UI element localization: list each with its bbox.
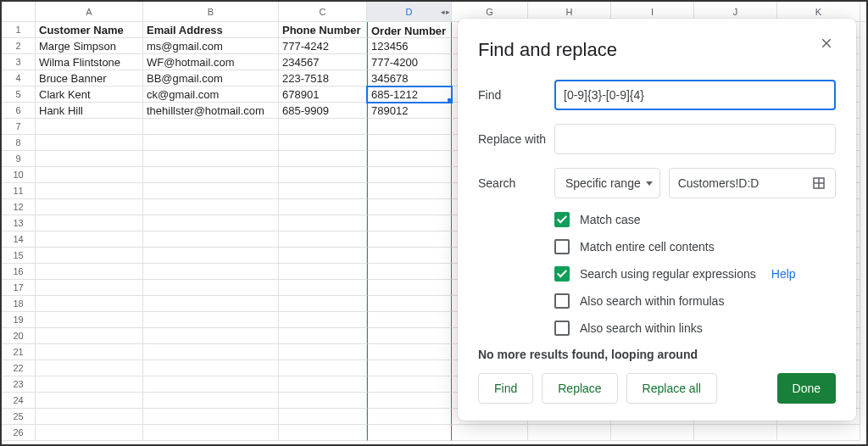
cell-B22[interactable]	[143, 360, 279, 376]
cell-A11[interactable]	[36, 183, 143, 199]
row-number[interactable]: 3	[2, 54, 36, 70]
cell-C24[interactable]	[279, 393, 367, 409]
formulas-checkbox[interactable]	[554, 293, 570, 309]
cell-D20[interactable]	[367, 328, 452, 344]
row-number[interactable]: 20	[2, 328, 36, 344]
cell-C14[interactable]	[279, 231, 367, 248]
cell-C9[interactable]	[279, 151, 367, 167]
cell-A5[interactable]: Clark Kent	[36, 86, 143, 103]
cell-B11[interactable]	[143, 183, 279, 199]
cell-A6[interactable]: Hank Hill	[36, 103, 143, 119]
cell-B17[interactable]	[143, 280, 279, 296]
help-link[interactable]: Help	[771, 267, 796, 281]
cell-D13[interactable]	[367, 215, 452, 231]
cell-C1[interactable]: Phone Number	[279, 22, 367, 38]
cell-D24[interactable]	[367, 393, 452, 409]
cell-B21[interactable]	[143, 344, 279, 360]
cell-C4[interactable]: 223-7518	[279, 70, 367, 86]
cell-K26[interactable]	[777, 425, 860, 441]
row-number[interactable]: 6	[2, 103, 36, 119]
cell-C26[interactable]	[279, 425, 367, 441]
cell-D25[interactable]	[367, 409, 452, 425]
row-number[interactable]: 7	[2, 119, 36, 135]
cell-A15[interactable]	[36, 248, 143, 264]
range-input[interactable]: Customers!D:D	[669, 168, 836, 198]
cell-D17[interactable]	[367, 280, 452, 296]
select-range-icon[interactable]	[811, 176, 826, 191]
cell-G26[interactable]	[452, 425, 528, 441]
cell-A16[interactable]	[36, 264, 143, 280]
cell-A8[interactable]	[36, 135, 143, 151]
row-number[interactable]: 2	[2, 38, 36, 54]
row-number[interactable]: 18	[2, 296, 36, 312]
row-number[interactable]: 23	[2, 376, 36, 393]
cell-B10[interactable]	[143, 167, 279, 183]
cell-C16[interactable]	[279, 264, 367, 280]
cell-C12[interactable]	[279, 199, 367, 215]
cell-D18[interactable]	[367, 296, 452, 312]
cell-C11[interactable]	[279, 183, 367, 199]
cell-A22[interactable]	[36, 360, 143, 376]
col-head-A[interactable]: A	[36, 2, 143, 21]
cell-B7[interactable]	[143, 119, 279, 135]
select-all-corner[interactable]	[2, 2, 36, 21]
row-number[interactable]: 19	[2, 312, 36, 328]
find-input[interactable]	[554, 80, 836, 110]
cell-C18[interactable]	[279, 296, 367, 312]
row-number[interactable]: 14	[2, 231, 36, 248]
row-number[interactable]: 5	[2, 86, 36, 103]
cell-A10[interactable]	[36, 167, 143, 183]
cell-B16[interactable]	[143, 264, 279, 280]
row-number[interactable]: 1	[2, 22, 36, 38]
cell-D15[interactable]	[367, 248, 452, 264]
cell-A9[interactable]	[36, 151, 143, 167]
cell-D16[interactable]	[367, 264, 452, 280]
regex-checkbox[interactable]	[554, 266, 570, 282]
cell-D5[interactable]: 685-1212	[367, 86, 452, 103]
cell-D23[interactable]	[367, 376, 452, 393]
cell-C19[interactable]	[279, 312, 367, 328]
cell-B1[interactable]: Email Address	[143, 22, 279, 38]
row-number[interactable]: 16	[2, 264, 36, 280]
replace-button[interactable]: Replace	[542, 373, 617, 404]
col-head-C[interactable]: C	[279, 2, 367, 21]
cell-D6[interactable]: 789012	[367, 103, 452, 119]
col-head-B[interactable]: B	[143, 2, 279, 21]
replace-input[interactable]	[554, 124, 836, 154]
cell-A13[interactable]	[36, 215, 143, 231]
cell-D10[interactable]	[367, 167, 452, 183]
cell-D7[interactable]	[367, 119, 452, 135]
cell-A4[interactable]: Bruce Banner	[36, 70, 143, 86]
cell-B9[interactable]	[143, 151, 279, 167]
cell-C3[interactable]: 234567	[279, 54, 367, 70]
cell-B8[interactable]	[143, 135, 279, 151]
cell-B25[interactable]	[143, 409, 279, 425]
cell-A14[interactable]	[36, 231, 143, 248]
cell-C17[interactable]	[279, 280, 367, 296]
cell-B18[interactable]	[143, 296, 279, 312]
row-number[interactable]: 8	[2, 135, 36, 151]
row-number[interactable]: 22	[2, 360, 36, 376]
cell-D2[interactable]: 123456	[367, 38, 452, 54]
hidden-columns-indicator[interactable]: ◂ ▸	[441, 2, 449, 22]
cell-A7[interactable]	[36, 119, 143, 135]
cell-A3[interactable]: Wilma Flintstone	[36, 54, 143, 70]
cell-A26[interactable]	[36, 425, 143, 441]
cell-D3[interactable]: 777-4200	[367, 54, 452, 70]
cell-C10[interactable]	[279, 167, 367, 183]
find-button[interactable]: Find	[478, 373, 533, 404]
cell-I26[interactable]	[611, 425, 694, 441]
cell-B14[interactable]	[143, 231, 279, 248]
cell-D14[interactable]	[367, 231, 452, 248]
cell-D4[interactable]: 345678	[367, 70, 452, 86]
cell-A24[interactable]	[36, 393, 143, 409]
cell-B26[interactable]	[143, 425, 279, 441]
cell-D21[interactable]	[367, 344, 452, 360]
cell-A1[interactable]: Customer Name	[36, 22, 143, 38]
cell-C22[interactable]	[279, 360, 367, 376]
cell-B4[interactable]: BB@gmail.com	[143, 70, 279, 86]
cell-C20[interactable]	[279, 328, 367, 344]
row-number[interactable]: 15	[2, 248, 36, 264]
cell-J26[interactable]	[694, 425, 777, 441]
cell-A25[interactable]	[36, 409, 143, 425]
